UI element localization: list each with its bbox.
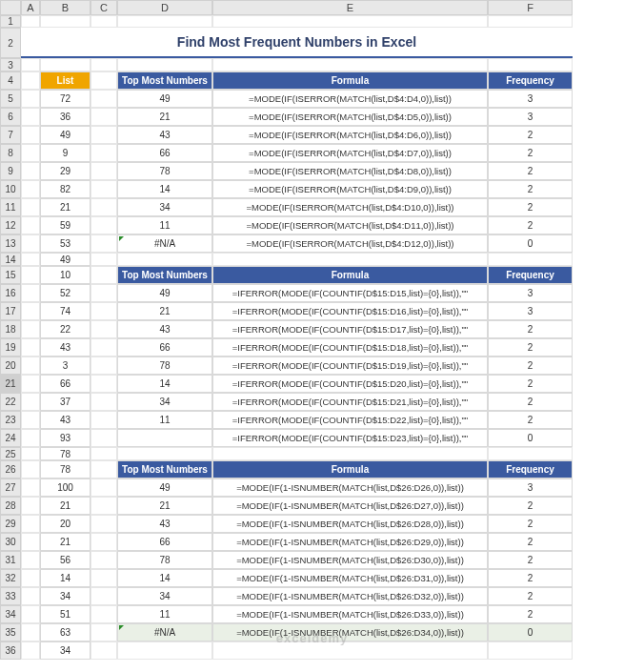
cell [21,180,40,198]
top-number: #N/A [117,623,212,641]
corner-cell[interactable] [0,0,21,15]
row-26[interactable]: 26 [0,460,21,479]
top-number: 14 [117,375,212,393]
row-18[interactable]: 18 [0,320,21,338]
cell [212,15,488,28]
row-1[interactable]: 1 [0,15,21,28]
row-5[interactable]: 5 [0,90,21,108]
row-3[interactable]: 3 [0,58,21,71]
frequency: 2 [488,587,573,605]
row-27[interactable]: 27 [0,479,21,497]
cell [91,320,117,338]
row-9[interactable]: 9 [0,162,21,180]
row-35[interactable]: 35 [0,623,21,641]
top-number: 43 [117,126,212,144]
cell [91,284,117,302]
row-28[interactable]: 28 [0,497,21,515]
cell [21,71,40,90]
cell [21,90,40,108]
list-item: 21 [40,533,91,551]
formula-cell: =MODE(IF(1-ISNUMBER(MATCH(list,D$26:D28,… [212,515,488,533]
formula-cell: =IFERROR(MODE(IF(COUNTIF(D$15:D21,list)=… [212,393,488,411]
cell [91,144,117,162]
row-19[interactable]: 19 [0,338,21,356]
top-number [117,429,212,447]
formula-cell: =MODE(IF(1-ISNUMBER(MATCH(list,D$26:D26,… [212,479,488,497]
row-12[interactable]: 12 [0,216,21,234]
row-36[interactable]: 36 [0,641,21,660]
formula-cell: =IFERROR(MODE(IF(COUNTIF(D$15:D22,list)=… [212,411,488,429]
col-B[interactable]: B [40,0,91,15]
hdr-formula-2: Formula [212,266,488,284]
row-29[interactable]: 29 [0,515,21,533]
col-D[interactable]: D [117,0,212,15]
col-F[interactable]: F [488,0,573,15]
row-4[interactable]: 4 [0,71,21,90]
frequency: 0 [488,623,573,641]
list-item: 78 [40,460,91,479]
list-item: 43 [40,411,91,429]
cell [91,447,117,460]
hdr-formula-1: Formula [212,71,488,90]
row-34[interactable]: 34 [0,605,21,623]
row-20[interactable]: 20 [0,356,21,375]
formula-cell: =MODE(IF(1-ISNUMBER(MATCH(list,D$26:D32,… [212,587,488,605]
list-header: List [40,71,91,90]
row-24[interactable]: 24 [0,429,21,447]
cell [21,338,40,356]
cell [21,302,40,320]
row-6[interactable]: 6 [0,108,21,126]
cell [91,623,117,641]
row-17[interactable]: 17 [0,302,21,320]
row-10[interactable]: 10 [0,180,21,198]
cell [212,641,488,660]
row-22[interactable]: 22 [0,393,21,411]
row-7[interactable]: 7 [0,126,21,144]
cell [91,15,117,28]
list-item: 34 [40,641,91,660]
cell [91,429,117,447]
cell [117,15,212,28]
hdr-top-2: Top Most Numbers [117,266,212,284]
row-30[interactable]: 30 [0,533,21,551]
row-2[interactable]: 2 [0,28,21,58]
cell [91,126,117,144]
row-23[interactable]: 23 [0,411,21,429]
top-number: 14 [117,569,212,587]
cell [117,641,212,660]
row-11[interactable]: 11 [0,198,21,216]
formula-cell: =MODE(IF(1-ISNUMBER(MATCH(list,D$26:D27,… [212,497,488,515]
frequency: 2 [488,338,573,356]
list-item: 34 [40,587,91,605]
row-32[interactable]: 32 [0,569,21,587]
row-21[interactable]: 21 [0,375,21,393]
top-number: 43 [117,515,212,533]
cell [21,126,40,144]
cell [21,266,40,284]
cell [91,90,117,108]
row-33[interactable]: 33 [0,587,21,605]
cell [40,58,91,71]
row-31[interactable]: 31 [0,551,21,569]
row-15[interactable]: 15 [0,266,21,284]
cell [117,58,212,71]
col-A[interactable]: A [21,0,40,15]
row-14[interactable]: 14 [0,253,21,266]
row-13[interactable]: 13 [0,234,21,253]
formula-cell: =MODE(IF(ISERROR(MATCH(list,D$4:D7,0)),l… [212,144,488,162]
top-number: 14 [117,180,212,198]
cell [21,411,40,429]
col-E[interactable]: E [212,0,488,15]
row-8[interactable]: 8 [0,144,21,162]
formula-cell: =IFERROR(MODE(IF(COUNTIF(D$15:D16,list)=… [212,302,488,320]
col-C[interactable]: C [91,0,117,15]
row-25[interactable]: 25 [0,447,21,460]
list-item: 37 [40,393,91,411]
cell [21,284,40,302]
hdr-formula-3: Formula [212,460,488,479]
frequency: 2 [488,533,573,551]
top-number: 78 [117,162,212,180]
row-16[interactable]: 16 [0,284,21,302]
formula-cell: =IFERROR(MODE(IF(COUNTIF(D$15:D19,list)=… [212,356,488,375]
list-item: 59 [40,216,91,234]
